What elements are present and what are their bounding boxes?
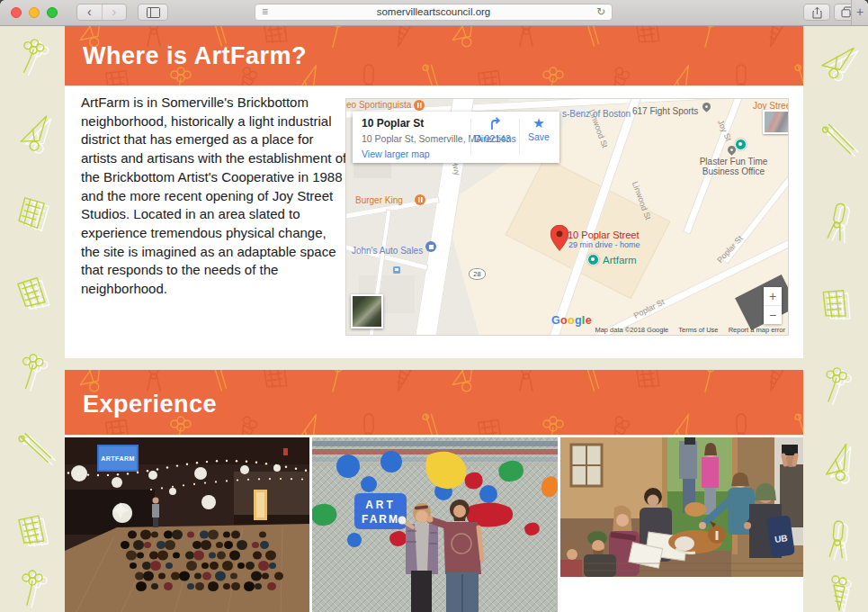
- intro-paragraph: ArtFarm is in Somerville's Brickbottom n…: [81, 94, 347, 299]
- address-bar[interactable]: ≡ somervilleartscouncil.org ↻: [255, 4, 613, 21]
- map-data-credit: Map data ©2018 Google: [595, 326, 668, 334]
- save-label: Save: [520, 131, 558, 142]
- artfarm-poi-icon[interactable]: [587, 254, 599, 266]
- view-larger-map-link[interactable]: View larger map: [362, 148, 430, 159]
- map-label-plaster-fun-time[interactable]: Plaster Fun Time Business Office: [686, 157, 781, 176]
- route-28-shield: 28: [469, 268, 486, 280]
- zoom-window-button[interactable]: [47, 7, 58, 18]
- refresh-icon[interactable]: ↻: [596, 4, 605, 20]
- sign-text-line1: ART: [365, 499, 396, 511]
- experience-gallery-card: ARTFARM: [65, 435, 803, 612]
- map-label-johns-auto[interactable]: John's Auto Sales: [352, 246, 423, 256]
- report-map-error-link[interactable]: Report a map error: [729, 326, 785, 334]
- map-attribution: Map data ©2018 Google Terms of Use Repor…: [586, 326, 785, 334]
- save-star-icon: ★: [532, 115, 544, 130]
- zoom-out-button[interactable]: −: [764, 306, 782, 324]
- terms-of-use-link[interactable]: Terms of Use: [678, 326, 718, 334]
- forward-button[interactable]: ›: [102, 4, 127, 20]
- sidebar-toggle-button[interactable]: [138, 4, 168, 21]
- street-view-thumbnail[interactable]: [763, 110, 789, 134]
- photo-artfarm-event-hall: ARTFARM: [65, 437, 309, 612]
- directions-button[interactable]: Directions: [471, 116, 519, 144]
- map-label-sportinguista[interactable]: eo Sportinguista: [346, 100, 411, 110]
- map-label-fight-sports[interactable]: 617 Fight Sports: [632, 106, 698, 116]
- google-map-embed[interactable]: eo Sportinguista s-Benz of Boston 617 Fi…: [345, 98, 789, 336]
- transit-icon[interactable]: [393, 266, 400, 274]
- url-text: somervilleartscouncil.org: [377, 6, 491, 17]
- info-card-title: 10 Poplar St: [362, 117, 424, 130]
- close-window-button[interactable]: [11, 7, 22, 18]
- map-zoom-control: + −: [764, 287, 782, 324]
- share-button[interactable]: [803, 4, 830, 21]
- map-label-artfarm[interactable]: Artfarm: [603, 255, 637, 266]
- teal-poi-icon[interactable]: [735, 139, 747, 150]
- red-map-marker[interactable]: [550, 225, 568, 251]
- directions-label: Directions: [471, 133, 519, 144]
- satellite-toggle-thumbnail[interactable]: [351, 294, 383, 328]
- save-button[interactable]: ★ Save: [520, 116, 558, 142]
- store-poi-icon[interactable]: [425, 241, 436, 252]
- map-label-burger-king[interactable]: Burger King: [355, 195, 403, 205]
- sign-text-line2: FARM: [362, 513, 399, 526]
- page-viewport[interactable]: Where is ArtFarm? ArtFarm is in Somervil…: [0, 25, 868, 612]
- map-info-card: 10 Poplar St 10 Poplar St, Somerville, M…: [353, 112, 559, 163]
- minimize-window-button[interactable]: [29, 7, 40, 18]
- share-icon: [812, 6, 822, 19]
- reader-icon[interactable]: ≡: [262, 4, 268, 20]
- page-title: Where is ArtFarm?: [83, 42, 307, 70]
- experience-title: Experience: [83, 391, 217, 418]
- right-margin-doodle-pattern: [803, 25, 868, 612]
- section-header-where: Where is ArtFarm?: [65, 25, 803, 86]
- safari-window: ‹ › ≡ somervilleartscouncil.org ↻ + Wher…: [0, 0, 868, 612]
- where-content-card: ArtFarm is in Somerville's Brickbottom n…: [65, 86, 803, 358]
- left-margin-doodle-pattern: [0, 25, 65, 612]
- projected-screen-text: ARTFARM: [101, 455, 135, 462]
- directions-icon: [488, 116, 503, 130]
- marker-label-title: 10 Poplar Street: [568, 230, 640, 240]
- nav-button-group: ‹ ›: [76, 4, 127, 21]
- photo-artfarm-workshop-dog: UB: [560, 437, 803, 577]
- sidebar-icon: [147, 7, 160, 18]
- restaurant-poi-icon[interactable]: [414, 100, 425, 111]
- restaurant-poi-icon[interactable]: [415, 194, 425, 205]
- backpack-text: UB: [774, 533, 788, 544]
- photo-artfarm-fence-couple: ART FARM: [312, 437, 558, 612]
- marker-label-subtitle: 29 min drive - home: [568, 240, 640, 249]
- browser-toolbar: ‹ › ≡ somervilleartscouncil.org ↻ +: [0, 0, 868, 26]
- back-button[interactable]: ‹: [77, 4, 102, 20]
- section-header-experience: Experience: [65, 370, 803, 435]
- new-tab-button[interactable]: +: [851, 0, 868, 25]
- zoom-in-button[interactable]: +: [764, 287, 782, 305]
- google-logo[interactable]: Google: [551, 314, 592, 327]
